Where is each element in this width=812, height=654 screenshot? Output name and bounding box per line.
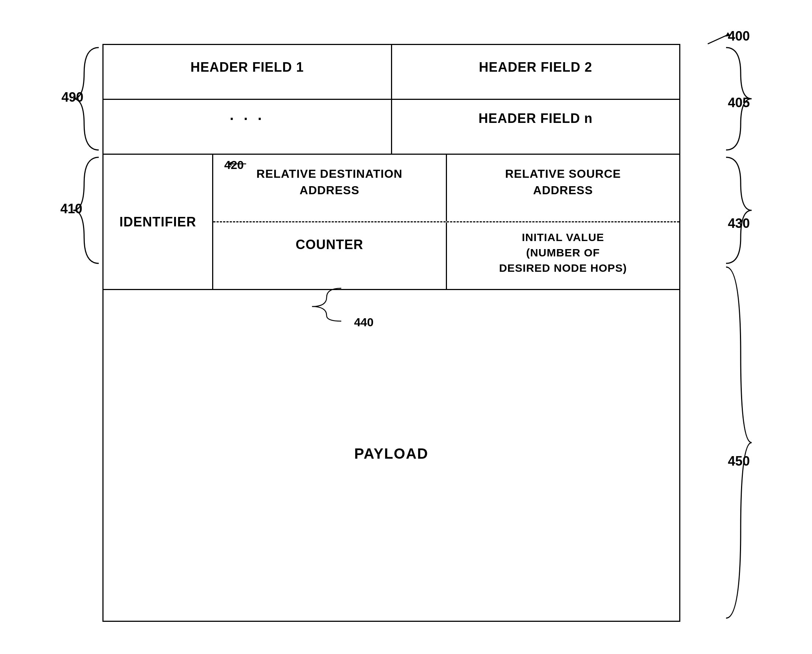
ref-450-label: 450 bbox=[728, 454, 750, 469]
ref-410-label: 410 bbox=[60, 201, 82, 217]
address-top-row: RELATIVE DESTINATIONADDRESS RELATIVE SOU… bbox=[213, 155, 679, 222]
header-field-2: HEADER FIELD 2 bbox=[392, 45, 679, 99]
payload-section: PAYLOAD bbox=[104, 286, 679, 621]
middle-section: IDENTIFIER RELATIVE DESTINATIONADDRESS R… bbox=[104, 155, 679, 290]
header-dots: · · · bbox=[104, 100, 392, 155]
rel-src-addr-cell: RELATIVE SOURCEADDRESS bbox=[447, 155, 679, 221]
counter-row: COUNTER INITIAL VALUE(NUMBER OFDESIRED N… bbox=[213, 222, 679, 289]
ref-430-label: 430 bbox=[728, 216, 750, 231]
brace-430-svg bbox=[722, 154, 752, 267]
svg-marker-3 bbox=[228, 162, 232, 166]
svg-line-0 bbox=[708, 35, 728, 44]
arrow-420 bbox=[224, 157, 253, 171]
header-section-405: HEADER FIELD 1 HEADER FIELD 2 · · · HEAD… bbox=[104, 45, 679, 155]
initial-value-cell: INITIAL VALUE(NUMBER OFDESIRED NODE HOPS… bbox=[447, 222, 679, 289]
payload-label: PAYLOAD bbox=[354, 446, 429, 462]
ref-490-label: 490 bbox=[61, 90, 83, 105]
brace-450-svg bbox=[722, 263, 752, 622]
header-row-2: · · · HEADER FIELD n bbox=[104, 100, 679, 155]
middle-right: RELATIVE DESTINATIONADDRESS RELATIVE SOU… bbox=[213, 155, 679, 289]
header-field-n: HEADER FIELD n bbox=[392, 100, 679, 155]
main-diagram-box: HEADER FIELD 1 HEADER FIELD 2 · · · HEAD… bbox=[102, 44, 680, 622]
brace-440 bbox=[305, 286, 349, 323]
ref-405-label: 405 bbox=[728, 95, 750, 110]
svg-marker-1 bbox=[725, 32, 730, 37]
counter-cell: COUNTER bbox=[213, 222, 447, 289]
ref-440-label: 440 bbox=[354, 316, 374, 329]
header-row-1: HEADER FIELD 1 HEADER FIELD 2 bbox=[104, 45, 679, 100]
diagram: 400 HEADER FIELD 1 HEADER FIELD 2 · · · … bbox=[58, 22, 754, 636]
header-field-1: HEADER FIELD 1 bbox=[104, 45, 392, 99]
identifier-cell: IDENTIFIER bbox=[104, 155, 213, 289]
